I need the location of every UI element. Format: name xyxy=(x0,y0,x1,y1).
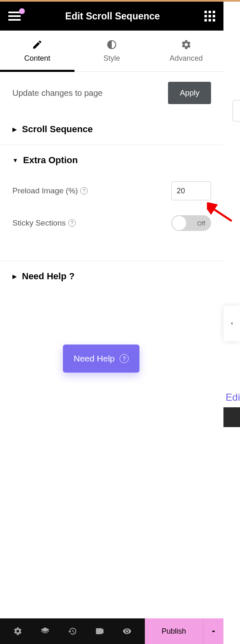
update-row: Update changes to page Apply xyxy=(0,72,223,114)
panel-header: Edit Scroll Sequence xyxy=(0,2,223,31)
history-icon[interactable] xyxy=(68,627,77,636)
tab-style[interactable]: Style xyxy=(74,31,149,71)
editor-panel: Edit Scroll Sequence Content Style Advan… xyxy=(0,2,223,644)
collapse-panel-button[interactable] xyxy=(223,306,240,341)
bottom-icons xyxy=(0,627,145,636)
toggle-label: Off xyxy=(197,220,205,227)
section-header-scroll-sequence[interactable]: ▶ Scroll Sequence xyxy=(12,124,211,135)
menu-icon[interactable] xyxy=(8,12,21,21)
notification-dot xyxy=(19,8,25,14)
help-icon[interactable]: ? xyxy=(68,219,76,227)
help-icon: ? xyxy=(120,354,129,363)
chevron-right-icon: ▶ xyxy=(12,273,17,280)
chevron-down-icon: ▼ xyxy=(12,157,18,164)
publish-button[interactable]: Publish xyxy=(145,618,203,644)
panel-title: Edit Scroll Sequence xyxy=(65,11,160,22)
tab-label: Advanced xyxy=(170,54,203,63)
toggle-knob xyxy=(172,216,186,230)
apply-button[interactable]: Apply xyxy=(168,82,211,104)
field-label: Sticky Sections ? xyxy=(12,219,76,228)
side-dark-block xyxy=(223,407,240,427)
section-scroll-sequence: ▶ Scroll Sequence xyxy=(0,114,223,145)
help-icon[interactable]: ? xyxy=(80,187,88,195)
section-title: Scroll Sequence xyxy=(22,124,93,135)
sticky-sections-toggle[interactable]: Off xyxy=(171,215,211,231)
update-text: Update changes to page xyxy=(12,88,103,98)
side-text-edi: Edi xyxy=(226,392,240,403)
preview-icon[interactable] xyxy=(122,627,132,636)
chevron-right-icon: ▶ xyxy=(12,126,17,133)
gear-icon xyxy=(181,39,192,50)
tab-label: Style xyxy=(103,54,120,63)
need-help-button[interactable]: Need Help ? xyxy=(63,345,139,373)
section-extra-option: ▼ Extra Option Preload Image (%) ? Stick… xyxy=(0,145,223,248)
pencil-icon xyxy=(32,39,43,50)
navigator-icon[interactable] xyxy=(41,627,50,636)
field-preload-image: Preload Image (%) ? xyxy=(12,174,211,208)
publish-options-chevron[interactable] xyxy=(203,618,223,644)
section-header-extra-option[interactable]: ▼ Extra Option xyxy=(12,155,211,166)
section-header-need-help[interactable]: ▶ Need Help ? xyxy=(12,271,211,282)
tab-content[interactable]: Content xyxy=(0,31,74,71)
tab-label: Content xyxy=(24,54,50,63)
side-tab[interactable] xyxy=(233,100,240,121)
apps-grid-icon[interactable] xyxy=(204,11,215,21)
field-sticky-sections: Sticky Sections ? Off xyxy=(12,208,211,238)
preload-image-input[interactable] xyxy=(171,181,211,200)
contrast-icon xyxy=(106,39,117,50)
section-title: Need Help ? xyxy=(22,271,74,282)
responsive-icon[interactable] xyxy=(95,627,104,636)
section-need-help: ▶ Need Help ? xyxy=(0,261,223,292)
field-label: Preload Image (%) ? xyxy=(12,186,88,195)
tabs-bar: Content Style Advanced xyxy=(0,31,223,72)
settings-icon[interactable] xyxy=(13,627,22,636)
section-title: Extra Option xyxy=(23,155,78,166)
need-help-label: Need Help xyxy=(74,354,115,364)
tab-advanced[interactable]: Advanced xyxy=(149,31,223,71)
bottom-bar: Publish xyxy=(0,618,223,644)
